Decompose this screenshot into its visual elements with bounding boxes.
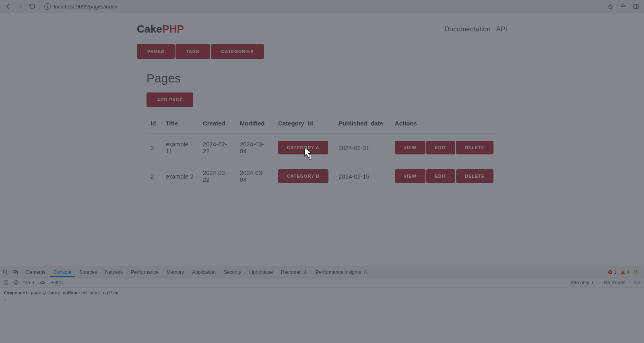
tab-lighthouse[interactable]: Lighthouse <box>246 267 277 277</box>
tab-perf-insights[interactable]: Performance insights <box>312 267 372 277</box>
nav-categories[interactable]: Categories <box>211 44 264 59</box>
log-levels-label: Info only <box>571 280 589 285</box>
device-toggle-icon[interactable] <box>12 269 19 275</box>
delete-button[interactable]: Delete <box>456 169 493 183</box>
nav-tags[interactable]: Tags <box>175 44 210 59</box>
warning-count[interactable]: 4 <box>620 269 630 275</box>
tab-recorder-label: Recorder <box>281 269 301 275</box>
content-card: Pages Add Page Id Title Created Modified… <box>137 63 507 201</box>
flask-icon <box>303 270 308 274</box>
console-log-line: Component pages/index onMounted hook cal… <box>4 290 640 296</box>
svg-rect-5 <box>623 271 623 273</box>
delete-button[interactable]: Delete <box>456 141 493 154</box>
svg-rect-6 <box>623 273 623 273</box>
edit-button[interactable]: Edit <box>426 141 456 154</box>
forward-icon[interactable] <box>17 3 23 10</box>
warning-count-value: 4 <box>627 269 630 275</box>
console-toolbar: top ▼ Info only ▼ No Issues 840 <box>0 277 644 288</box>
edit-button[interactable]: Edit <box>426 169 456 183</box>
tab-memory[interactable]: Memory <box>163 267 188 277</box>
extensions-icon[interactable] <box>620 3 626 10</box>
col-id[interactable]: Id <box>147 114 161 134</box>
brand-part2: PHP <box>162 23 184 35</box>
site-info-icon[interactable]: i <box>44 3 51 10</box>
cell-id: 3 <box>147 134 161 162</box>
svg-point-10 <box>42 282 43 283</box>
table-row: 2 example 2 2024-02-22 2024-03-04 Catego… <box>147 162 497 191</box>
header-links: Documentation API <box>444 25 507 33</box>
cell-title: example 11 <box>161 134 198 162</box>
console-filter-input[interactable] <box>50 279 138 286</box>
cell-id: 2 <box>147 162 161 191</box>
tab-security[interactable]: Security <box>220 267 245 277</box>
console-sidebar-toggle-icon[interactable] <box>2 279 9 286</box>
svg-point-7 <box>636 271 637 273</box>
back-icon[interactable] <box>5 3 11 10</box>
brand-logo: CakePHP <box>137 23 184 35</box>
col-modified[interactable]: Modified <box>236 114 274 134</box>
devtools-settings-icon[interactable] <box>634 269 639 275</box>
devtools-panel: Elements Console Sources Network Perform… <box>0 267 644 343</box>
tab-perf-insights-label: Performance insights <box>316 269 361 275</box>
cell-published: 2024-02-15 <box>334 162 391 191</box>
category-link[interactable]: Category B <box>278 169 328 183</box>
execution-context[interactable]: top ▼ <box>23 280 35 285</box>
log-levels[interactable]: Info only ▼ <box>571 280 594 285</box>
cell-title: example 2 <box>161 162 198 191</box>
tab-network[interactable]: Network <box>101 267 126 277</box>
app-header: CakePHP Documentation API <box>137 21 507 44</box>
tab-elements[interactable]: Elements <box>22 267 49 277</box>
page-title: Pages <box>147 72 497 85</box>
app-viewport: CakePHP Documentation API Pages Tags Cat… <box>0 13 644 218</box>
tab-performance[interactable]: Performance <box>127 267 162 277</box>
reload-icon[interactable] <box>29 3 35 10</box>
add-page-button[interactable]: Add Page <box>147 92 193 107</box>
view-button[interactable]: View <box>395 141 425 154</box>
view-button[interactable]: View <box>395 169 425 183</box>
cell-created: 2024-02-22 <box>199 134 236 162</box>
issues-link[interactable]: No Issues <box>604 280 625 285</box>
tab-console[interactable]: Console <box>50 267 75 277</box>
nav-arrows <box>3 3 37 10</box>
console-prompt-icon: › <box>4 297 7 302</box>
col-title[interactable]: Title <box>161 114 198 134</box>
url-text: localhost:9099/pages/index <box>54 4 118 10</box>
inspect-icon[interactable] <box>2 269 9 275</box>
console-output[interactable]: Component pages/index onMounted hook cal… <box>0 288 644 343</box>
cell-published: 2024-01-31 <box>334 134 391 162</box>
svg-rect-0 <box>634 4 638 9</box>
error-count[interactable]: 1 <box>608 269 617 275</box>
cell-modified: 2024-03-04 <box>236 162 274 191</box>
col-published[interactable]: Published_date <box>334 114 391 134</box>
flask-icon <box>363 270 368 274</box>
table-header-row: Id Title Created Modified Category_id Pu… <box>147 114 497 134</box>
pages-table: Id Title Created Modified Category_id Pu… <box>147 114 497 190</box>
error-count-value: 1 <box>614 269 617 275</box>
main-nav: Pages Tags Categories <box>137 44 507 59</box>
clear-console-icon[interactable] <box>13 279 19 286</box>
col-actions: Actions <box>391 114 497 134</box>
table-row: 3 example 11 2024-02-22 2024-03-04 Categ… <box>147 134 497 162</box>
link-documentation[interactable]: Documentation <box>444 25 490 33</box>
live-expression-icon[interactable] <box>39 279 46 286</box>
nav-pages[interactable]: Pages <box>137 44 175 59</box>
side-panel-icon[interactable] <box>633 3 639 10</box>
tab-sources[interactable]: Sources <box>76 267 101 277</box>
star-icon[interactable] <box>607 3 613 10</box>
cell-created: 2024-02-22 <box>199 162 236 191</box>
col-category[interactable]: Category_id <box>274 114 334 134</box>
address-bar[interactable]: i localhost:9099/pages/index <box>41 1 603 12</box>
devtools-tabs: Elements Console Sources Network Perform… <box>0 267 644 277</box>
execution-context-label: top <box>23 280 30 285</box>
browser-toolbar: i localhost:9099/pages/index <box>0 0 644 13</box>
tab-application[interactable]: Application <box>188 267 219 277</box>
col-created[interactable]: Created <box>199 114 236 134</box>
tab-recorder[interactable]: Recorder <box>277 267 311 277</box>
hidden-messages: 840 <box>634 280 642 285</box>
browser-right-icons <box>607 3 641 10</box>
brand-part1: Cake <box>137 23 162 35</box>
chevron-down-icon: ▼ <box>32 281 35 285</box>
chevron-down-icon: ▼ <box>591 281 594 285</box>
link-api[interactable]: API <box>496 25 507 33</box>
category-link[interactable]: Category A <box>278 141 328 154</box>
